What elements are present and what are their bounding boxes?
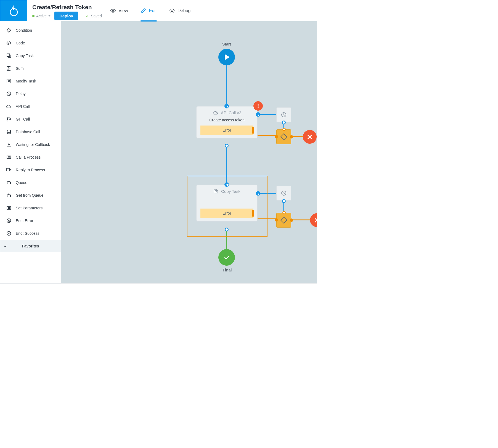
svg-point-9 <box>7 120 8 121</box>
condition-node-1[interactable] <box>276 129 291 144</box>
flame-icon <box>8 5 20 17</box>
start-node[interactable] <box>218 49 235 65</box>
database-icon <box>6 129 12 134</box>
code-icon <box>6 41 12 45</box>
palette-end-success[interactable]: End: Success <box>0 227 61 240</box>
final-label: Final <box>222 268 233 272</box>
tab-debug[interactable]: Debug <box>169 0 190 21</box>
palette-copy-task[interactable]: Copy Task <box>0 49 61 62</box>
favorites-section[interactable]: Favorites <box>0 240 61 252</box>
port-right[interactable] <box>256 112 260 117</box>
palette-modify-task[interactable]: Modify Task <box>0 75 61 87</box>
clock-icon <box>6 91 12 96</box>
svg-rect-15 <box>7 195 10 197</box>
copy-icon <box>213 189 218 194</box>
palette-set-parameters[interactable]: Set Parameters <box>0 202 61 214</box>
node-error-port[interactable]: Error <box>200 126 253 135</box>
node-type-label: Copy Task <box>221 189 240 194</box>
node-title: Create access token <box>197 117 257 126</box>
diamond-icon <box>6 28 12 33</box>
start-label: Start <box>221 42 232 46</box>
modify-icon <box>6 79 12 84</box>
diamond-icon <box>280 133 287 140</box>
queue-get-icon <box>6 193 12 198</box>
port-out[interactable] <box>282 199 286 203</box>
tab-view[interactable]: View <box>110 0 128 21</box>
node-error-port[interactable]: Error <box>200 209 253 218</box>
end-success-node[interactable] <box>218 249 235 266</box>
deploy-button[interactable]: Deploy <box>54 12 78 20</box>
cloud-icon <box>213 111 218 115</box>
copy-icon <box>6 53 12 58</box>
port-in[interactable] <box>224 182 229 187</box>
svg-point-1 <box>112 10 114 12</box>
diamond-icon <box>280 217 287 223</box>
palette-get-queue[interactable]: Get from Queue <box>0 189 61 202</box>
port-right[interactable] <box>256 191 260 196</box>
params-icon <box>6 206 12 210</box>
condition-node-2[interactable] <box>276 213 291 228</box>
eye-icon <box>110 8 116 14</box>
chevron-down-icon <box>48 15 51 17</box>
delay-node-1[interactable] <box>276 107 291 122</box>
port-out[interactable] <box>290 218 293 222</box>
pencil-icon <box>141 8 146 14</box>
node-palette: Condition Code Copy Task Sum Modify Task… <box>0 21 61 283</box>
status-label: Active <box>36 14 47 18</box>
svg-point-8 <box>7 117 8 118</box>
sigma-icon <box>6 66 12 71</box>
node-api-call[interactable]: API Call v2 Create access token Error <box>196 106 258 138</box>
flow-canvas[interactable]: Start API Call v2 Create access token Er… <box>61 21 317 283</box>
palette-reply-process[interactable]: Reply to Process <box>0 164 61 176</box>
cloud-icon <box>6 105 12 108</box>
port-top[interactable] <box>282 211 286 214</box>
port-top[interactable] <box>282 128 286 131</box>
palette-delay[interactable]: Delay <box>0 87 61 100</box>
palette-condition[interactable]: Condition <box>0 24 61 37</box>
clock-icon <box>281 112 287 118</box>
chevron-down-icon <box>4 244 7 248</box>
end-error-node-1[interactable] <box>303 130 317 144</box>
status-select[interactable]: Active <box>32 14 51 18</box>
svg-point-2 <box>171 10 173 12</box>
palette-waiting-callback[interactable]: Waiting for Callback <box>0 138 61 151</box>
delay-node-2[interactable] <box>276 186 291 201</box>
node-title <box>197 195 257 202</box>
check-circle-icon <box>6 231 12 236</box>
port-out[interactable] <box>225 228 229 231</box>
check-icon: ✓ <box>86 14 89 18</box>
palette-sum[interactable]: Sum <box>0 62 61 75</box>
svg-rect-16 <box>7 206 11 210</box>
tab-edit[interactable]: Edit <box>141 0 157 21</box>
palette-database-call[interactable]: Database Call <box>0 126 61 138</box>
svg-point-11 <box>7 130 10 131</box>
check-icon <box>223 254 230 261</box>
app-logo[interactable] <box>0 0 27 21</box>
bug-icon <box>169 8 175 14</box>
port-in[interactable] <box>275 135 278 138</box>
svg-rect-13 <box>7 168 9 171</box>
palette-end-error[interactable]: End: Error <box>0 214 61 227</box>
node-type-label: API Call v2 <box>221 110 241 115</box>
palette-queue[interactable]: Queue <box>0 176 61 189</box>
saved-status: ✓ Saved <box>86 14 102 18</box>
svg-rect-12 <box>7 156 11 159</box>
palette-call-process[interactable]: Call a Process <box>0 151 61 164</box>
status-dot-icon <box>32 15 35 17</box>
palette-code[interactable]: Code <box>0 37 61 49</box>
port-out[interactable] <box>282 121 286 124</box>
port-out[interactable] <box>225 144 229 148</box>
alert-badge[interactable]: ! <box>253 101 263 111</box>
port-out[interactable] <box>290 135 293 138</box>
port-in[interactable] <box>224 104 229 108</box>
queue-icon <box>6 180 12 185</box>
port-in[interactable] <box>275 218 278 222</box>
node-copy-task[interactable]: Copy Task Error <box>196 185 258 222</box>
palette-api-call[interactable]: API Call <box>0 100 61 113</box>
download-icon <box>6 142 12 147</box>
palette-git-call[interactable]: GIT Call <box>0 113 61 126</box>
svg-rect-3 <box>7 28 11 32</box>
process-icon <box>6 155 12 160</box>
page-title: Create/Refresh Token <box>32 4 102 10</box>
svg-rect-14 <box>7 182 10 184</box>
